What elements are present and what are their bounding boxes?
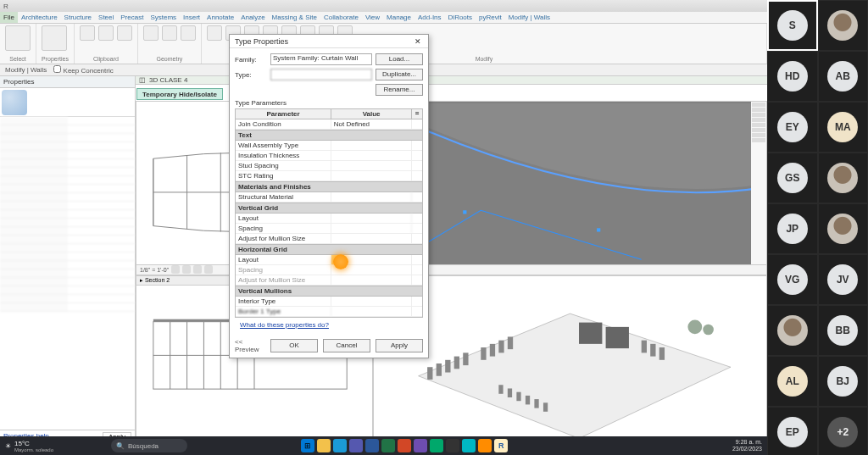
modify-tool-icon[interactable] [5,25,31,51]
view-scale[interactable]: 1/8" = 1'-0" [140,267,169,273]
participant-tile[interactable]: EP [767,407,818,455]
ok-button[interactable]: OK [270,339,318,352]
keep-concentric-checkbox[interactable]: Keep Concentric [53,65,113,75]
participant-tile[interactable]: JV [818,254,869,305]
participant-tile[interactable]: AL [767,356,818,407]
menu-item-file[interactable]: File [0,12,18,23]
menu-item-manage[interactable]: Manage [383,12,415,23]
properties-panel: Properties [0,76,136,443]
family-dropdown[interactable]: System Family: Curtain Wall [270,53,372,65]
avatar-photo [827,214,858,244]
menu-item-insert[interactable]: Insert [180,12,203,23]
apply-button[interactable]: Apply [376,339,423,352]
menu-item-massing-site[interactable]: Massing & Site [269,12,320,23]
col-parameter: Parameter [236,109,331,119]
app-icon[interactable] [430,439,443,452]
participant-tile[interactable] [818,203,869,254]
participant-tile[interactable]: AB [818,51,869,102]
property-rows[interactable] [0,117,135,430]
close-icon[interactable]: ✕ [413,36,423,47]
search-icon: 🔍 [116,442,125,450]
paste-icon[interactable] [80,25,95,41]
sun-path-icon[interactable] [193,265,202,274]
view-axon-br[interactable]: 1/8" = 1'-0" Main Model [373,275,767,443]
excel-icon[interactable] [381,439,395,452]
duplicate-button[interactable]: Duplicate... [376,69,423,80]
type-thumb-icon [2,90,27,115]
participant-tile[interactable]: EY [767,102,818,153]
windows-taskbar[interactable]: ☀ 15°C Mayorm. soleado 🔍 Búsqueda ⊞ R 9:… [0,436,767,455]
cope-icon[interactable] [143,25,159,41]
type-selector[interactable] [0,88,135,117]
properties-icon[interactable] [42,25,67,51]
participant-tile[interactable]: HD [767,51,818,102]
participant-tile[interactable]: VG [767,254,818,305]
menu-item-pyrevit[interactable]: pyRevit [476,12,505,23]
svg-rect-29 [534,399,538,408]
teams-icon[interactable] [349,439,363,452]
taskbar-search[interactable]: 🔍 Búsqueda [111,439,187,452]
view-3d-tr[interactable] [373,101,767,275]
menu-item-add-ins[interactable]: Add-Ins [415,12,445,23]
type-dropdown[interactable] [270,69,372,80]
menu-item-systems[interactable]: Systems [147,12,180,23]
edge-icon[interactable] [333,439,347,452]
nav-scroll[interactable] [751,102,766,264]
app-icon[interactable] [462,439,476,452]
view-tab-icon: ◫ [139,76,146,84]
menu-item-steel[interactable]: Steel [95,12,117,23]
copy-icon[interactable] [117,25,132,41]
app-icon[interactable] [446,439,459,452]
visibility-icon[interactable] [204,265,213,274]
menu-item-modify-walls[interactable]: Modify | Walls [505,12,554,23]
menu-item-precast[interactable]: Precast [117,12,147,23]
participant-tile[interactable]: BJ [818,356,869,407]
participant-tile[interactable]: MA [818,102,869,153]
weather-widget[interactable]: ☀ 15°C Mayorm. soleado [5,440,53,452]
participant-tile[interactable]: GS [767,153,818,203]
split-icon[interactable] [181,25,196,41]
properties-help-link[interactable]: What do these properties do? [235,321,334,329]
menubar[interactable]: FileArchitectureStructureSteelPrecastSys… [0,12,767,24]
participant-tile[interactable] [767,305,818,356]
svg-rect-22 [642,341,647,353]
svg-rect-28 [526,396,530,405]
parameter-grid[interactable]: Parameter Value = Join ConditionNot Defi… [235,108,423,318]
titlebar: R [0,0,767,12]
menu-item-structure[interactable]: Structure [61,12,95,23]
menu-item-analyze[interactable]: Analyze [237,12,268,23]
menu-item-diroots[interactable]: DiRoots [445,12,476,23]
join-icon[interactable] [162,25,177,41]
participant-tile[interactable]: JP [767,203,818,254]
load-button[interactable]: Load... [376,53,423,65]
app-icon[interactable] [414,439,427,452]
menu-item-collaborate[interactable]: Collaborate [320,12,362,23]
powerpoint-icon[interactable] [398,439,411,452]
participant-tile[interactable] [818,153,869,203]
participant-tile[interactable] [818,0,869,51]
word-icon[interactable] [365,439,379,452]
participant-tile[interactable]: +2 [818,407,869,455]
options-context: Modify | Walls [5,66,47,74]
visual-style-icon[interactable] [182,265,191,274]
align-icon[interactable] [207,25,222,41]
start-icon[interactable]: ⊞ [301,439,314,452]
menu-item-architecture[interactable]: Architecture [18,12,61,23]
participant-tile[interactable]: S [767,0,818,51]
menu-item-view[interactable]: View [362,12,383,23]
rename-button[interactable]: Rename... [376,84,423,96]
detail-level-icon[interactable] [171,265,180,274]
avatar-initials: AL [777,366,808,397]
app-icon[interactable] [478,439,492,452]
menu-item-annotate[interactable]: Annotate [203,12,237,23]
temporary-hide-isolate[interactable]: Temporary Hide/Isolate [136,88,223,100]
cancel-button[interactable]: Cancel [323,339,370,352]
participant-tile[interactable]: BB [818,305,869,356]
svg-point-31 [687,319,702,334]
cut-icon[interactable] [98,25,114,41]
properties-title: Properties [0,76,135,88]
revit-icon[interactable]: R [494,439,508,452]
explorer-icon[interactable] [317,439,331,452]
taskbar-clock[interactable]: 9:28 a. m. 23/02/2023 [732,439,762,452]
preview-toggle[interactable]: << Preview [230,336,265,355]
